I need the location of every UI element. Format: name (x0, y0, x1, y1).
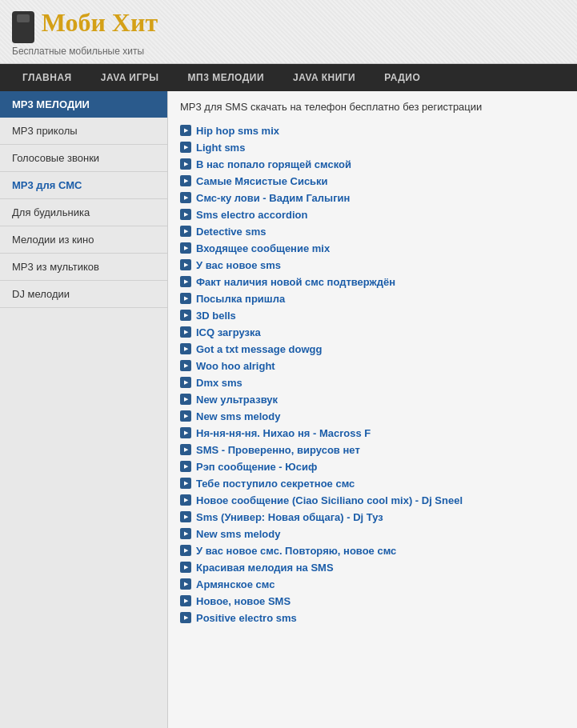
track-link[interactable]: 3D bells (196, 310, 236, 322)
nav-link-java-games[interactable]: JAVA ИГРЫ (86, 64, 174, 91)
track-play-icon (180, 242, 191, 254)
track-link[interactable]: New sms melody (196, 410, 281, 422)
track-link[interactable]: Woo hoo alright (196, 360, 275, 372)
sidebar-item-mp3-prikoly: МР3 приколы (0, 118, 167, 145)
logo-icon (12, 11, 34, 43)
nav-item-mp3-melodies[interactable]: МП3 МЕЛОДИИ (174, 64, 279, 91)
track-link[interactable]: Посылка пришла (196, 293, 285, 305)
track-link[interactable]: Новое сообщение (Ciao Siciliano cool mix… (196, 494, 463, 506)
track-link[interactable]: Got a txt message dowgg (196, 343, 322, 355)
track-item: New ультразвук (180, 391, 565, 408)
track-link[interactable]: Hip hop sms mix (196, 125, 279, 137)
track-item: У вас новое смс. Повторяю, новое смс (180, 542, 565, 559)
main-content: МР3 для SMS скачать на телефон бесплатно… (168, 91, 577, 728)
track-play-icon (180, 343, 191, 354)
track-link[interactable]: Light sms (196, 142, 245, 154)
track-item: Входящее сообщение mix (180, 240, 565, 257)
track-link[interactable]: Армянское смс (196, 578, 274, 590)
sidebar-link-kino[interactable]: Мелодии из кино (0, 226, 167, 253)
sidebar: МР3 МЕЛОДИИ МР3 приколыГолосовые звонкиМ… (0, 91, 168, 728)
nav-item-java-books[interactable]: JAVA КНИГИ (278, 64, 370, 91)
sidebar-item-kino: Мелодии из кино (0, 226, 167, 254)
header: Моби Хит Бесплатные мобильные хиты (0, 0, 577, 64)
track-play-icon (180, 410, 191, 422)
nav-item-java-games[interactable]: JAVA ИГРЫ (86, 64, 174, 91)
track-play-icon (180, 427, 191, 438)
track-item: Рэп сообщение - Юсиф (180, 458, 565, 475)
track-item: New sms melody (180, 408, 565, 425)
layout: МР3 МЕЛОДИИ МР3 приколыГолосовые звонкиМ… (0, 91, 577, 728)
track-link[interactable]: Красивая мелодия на SMS (196, 562, 334, 574)
track-list: Hip hop sms mixLight smsВ нас попало гор… (180, 122, 565, 626)
track-play-icon (180, 259, 191, 270)
track-item: В нас попало горящей смской (180, 156, 565, 173)
track-link[interactable]: Самые Мясистые Сиськи (196, 175, 328, 187)
track-play-icon (180, 226, 191, 237)
track-item: Dmx sms (180, 374, 565, 391)
track-play-icon (180, 125, 191, 136)
page-title: МР3 для SMS скачать на телефон бесплатно… (180, 101, 565, 113)
site-title: Моби Хит (42, 8, 158, 37)
track-item: Sms (Универ: Новая общага) - Dj Туз (180, 509, 565, 526)
track-play-icon (180, 175, 191, 186)
sidebar-link-golosovye-zvonki[interactable]: Голосовые звонки (0, 145, 167, 171)
sidebar-link-mp3-sms[interactable]: МР3 для СМС (0, 172, 167, 198)
site-subtitle: Бесплатные мобильные хиты (12, 46, 144, 57)
track-link[interactable]: SMS - Проверенно, вирусов нет (196, 444, 360, 456)
nav-link-mp3-melodies[interactable]: МП3 МЕЛОДИИ (174, 64, 279, 91)
track-play-icon (180, 158, 191, 170)
track-play-icon (180, 545, 191, 556)
track-play-icon (180, 394, 191, 405)
track-item: Hip hop sms mix (180, 122, 565, 139)
track-play-icon (180, 326, 191, 338)
track-play-icon (180, 562, 191, 573)
track-item: ICQ загрузка (180, 324, 565, 341)
track-play-icon (180, 578, 191, 590)
track-link[interactable]: Рэп сообщение - Юсиф (196, 461, 317, 473)
track-item: New sms melody (180, 526, 565, 542)
nav-link-radio[interactable]: РАДИО (370, 64, 435, 91)
track-play-icon (180, 310, 191, 321)
track-link[interactable]: У вас новое sms (196, 259, 281, 271)
track-link[interactable]: В нас попало горящей смской (196, 158, 351, 170)
track-link[interactable]: Входящее сообщение mix (196, 242, 330, 254)
track-link[interactable]: New sms melody (196, 528, 281, 540)
nav-item-radio[interactable]: РАДИО (370, 64, 435, 91)
track-item: Посылка пришла (180, 290, 565, 307)
track-link[interactable]: New ультразвук (196, 394, 278, 406)
track-link[interactable]: Смс-ку лови - Вадим Галыгин (196, 192, 350, 204)
sidebar-link-dj[interactable]: DJ мелодии (0, 281, 167, 307)
sidebar-item-multiki: МР3 из мультиков (0, 254, 167, 281)
track-link[interactable]: Detective sms (196, 226, 266, 238)
track-play-icon (180, 293, 191, 304)
track-link[interactable]: Sms electro accordion (196, 209, 307, 221)
sidebar-item-budilnik: Для будильника (0, 199, 167, 226)
track-link[interactable]: Факт наличия новой смс подтверждён (196, 276, 395, 288)
track-link[interactable]: Новое, новое SMS (196, 595, 291, 607)
track-link[interactable]: Ня-ня-ня-ня. Нихао ня - Macross F (196, 427, 371, 439)
nav-item-home[interactable]: ГЛАВНАЯ (8, 64, 86, 91)
track-item: Light sms (180, 139, 565, 156)
track-item: Армянское смс (180, 576, 565, 593)
track-link[interactable]: Dmx sms (196, 377, 242, 389)
track-play-icon (180, 595, 191, 606)
track-play-icon (180, 612, 191, 623)
track-item: Ня-ня-ня-ня. Нихао ня - Macross F (180, 425, 565, 442)
sidebar-link-multiki[interactable]: МР3 из мультиков (0, 254, 167, 280)
nav-link-java-books[interactable]: JAVA КНИГИ (278, 64, 370, 91)
sidebar-link-mp3-prikoly[interactable]: МР3 приколы (0, 118, 167, 144)
track-link[interactable]: Тебе поступило секретное смс (196, 478, 355, 490)
track-link[interactable]: Sms (Универ: Новая общага) - Dj Туз (196, 511, 383, 523)
track-link[interactable]: У вас новое смс. Повторяю, новое смс (196, 545, 396, 557)
track-item: Факт наличия новой смс подтверждён (180, 274, 565, 290)
track-link[interactable]: Positive electro sms (196, 612, 297, 624)
track-item: У вас новое sms (180, 257, 565, 274)
sidebar-item-golosovye-zvonki: Голосовые звонки (0, 145, 167, 172)
header-branding: Моби Хит Бесплатные мобильные хиты (12, 8, 565, 57)
track-item: Positive electro sms (180, 610, 565, 626)
track-item: Detective sms (180, 223, 565, 240)
track-link[interactable]: ICQ загрузка (196, 326, 261, 338)
track-play-icon (180, 478, 191, 489)
nav-link-home[interactable]: ГЛАВНАЯ (8, 64, 86, 91)
sidebar-link-budilnik[interactable]: Для будильника (0, 199, 167, 226)
